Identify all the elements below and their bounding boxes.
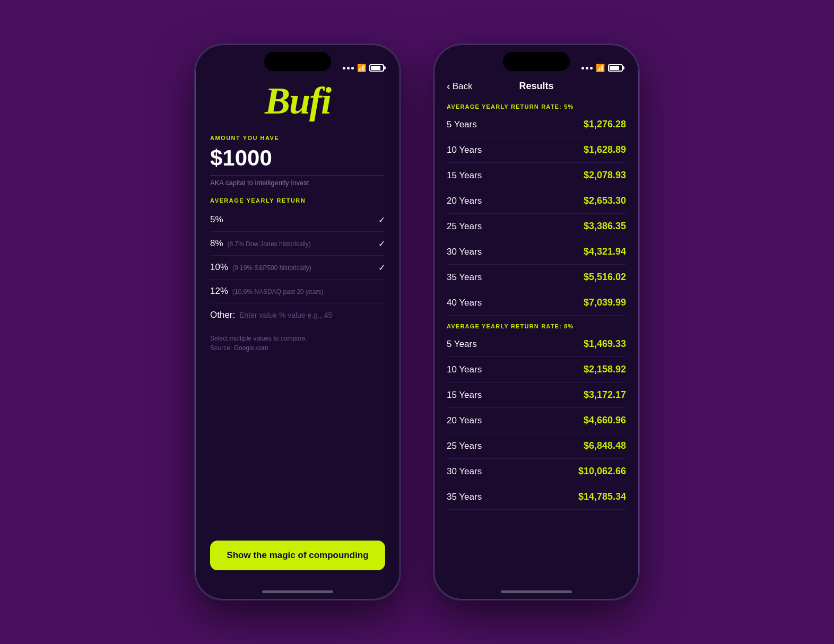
nav-bar: ‹ Back Results xyxy=(447,76,626,99)
rate-header-8: AVERAGE YEARLY RETURN RATE: 8% xyxy=(447,323,626,329)
result-row: 5 Years $1,469.33 xyxy=(447,332,626,357)
result-row: 15 Years $3,172.17 xyxy=(447,382,626,408)
home-indicator xyxy=(262,590,333,593)
return-pct-12: 12% xyxy=(210,286,228,297)
return-option-5[interactable]: 5% ✓ xyxy=(210,208,385,232)
checkmark-8: ✓ xyxy=(378,239,385,249)
return-option-12[interactable]: 12% (10.6% NASDAQ past 20 years) xyxy=(210,280,385,303)
checkmark-10: ✓ xyxy=(378,263,385,273)
return-pct-5: 5% xyxy=(210,214,223,225)
amount-subtitle: AKA capital to intelligently invest xyxy=(210,179,309,187)
result-row: 5 Years $1,276.28 xyxy=(447,112,626,137)
result-row: 35 Years $5,516.02 xyxy=(447,265,626,290)
status-icons-right: 📶 xyxy=(581,64,623,72)
result-row: 20 Years $4,660.96 xyxy=(447,408,626,433)
result-row: 25 Years $3,386.35 xyxy=(447,214,626,239)
result-row: 40 Years $7,039.99 xyxy=(447,290,626,316)
amount-label: AMOUNT YOU HAVE xyxy=(210,135,385,141)
return-option-10[interactable]: 10% (9.19% S&P500 historically) ✓ xyxy=(210,256,385,280)
result-row: 30 Years $10,062.66 xyxy=(447,459,626,484)
result-row: 10 Years $2,158.92 xyxy=(447,357,626,382)
return-pct-10: 10% xyxy=(210,262,228,273)
result-row: 35 Years $14,785.34 xyxy=(447,484,626,510)
nav-title: Results xyxy=(519,81,553,92)
logo-container: Bufi xyxy=(265,82,331,120)
back-button[interactable]: ‹ Back xyxy=(447,80,472,92)
back-chevron-icon: ‹ xyxy=(447,80,450,92)
divider xyxy=(210,175,385,176)
other-row[interactable]: Other: Enter value % value e.g., 45 xyxy=(210,303,385,327)
return-label: AVERAGE YEARLY RETURN xyxy=(210,197,385,204)
left-phone: 📶 Bufi AMOUNT YOU HAVE $1000 AKA capital… xyxy=(194,43,401,601)
rate-header-5: AVERAGE YEARLY RETURN RATE: 5% xyxy=(447,103,626,110)
app-logo: Bufi xyxy=(265,82,331,120)
dynamic-island xyxy=(264,52,331,71)
result-row: 15 Years $2,078.93 xyxy=(447,163,626,188)
other-label: Other: xyxy=(210,310,235,320)
signal-icon-right xyxy=(581,67,593,69)
battery-icon xyxy=(369,64,384,72)
result-row: 20 Years $2,653.30 xyxy=(447,188,626,214)
wifi-icon: 📶 xyxy=(357,64,366,72)
return-note-8: (8.7% Dow Jones historically) xyxy=(228,240,311,248)
dynamic-island-right xyxy=(503,52,570,71)
other-placeholder: Enter value % value e.g., 45 xyxy=(239,311,332,319)
wifi-icon-right: 📶 xyxy=(596,64,605,72)
amount-value: $1000 xyxy=(210,145,272,171)
return-note-12: (10.6% NASDAQ past 20 years) xyxy=(232,288,323,295)
left-phone-content: Bufi AMOUNT YOU HAVE $1000 AKA capital t… xyxy=(195,76,400,586)
return-pct-8: 8% xyxy=(210,238,223,249)
right-phone-content: ‹ Back Results AVERAGE YEARLY RETURN RAT… xyxy=(434,76,639,586)
signal-icon xyxy=(343,67,354,69)
return-option-8[interactable]: 8% (8.7% Dow Jones historically) ✓ xyxy=(210,232,385,256)
status-icons: 📶 xyxy=(343,64,384,72)
return-note-10: (9.19% S&P500 historically) xyxy=(232,264,311,272)
battery-icon-right xyxy=(608,64,623,72)
right-phone: 📶 ‹ Back Results AVERAGE YEARLY RETURN R… xyxy=(433,43,640,601)
results-scroll[interactable]: AVERAGE YEARLY RETURN RATE: 5% 5 Years $… xyxy=(447,99,626,570)
result-row: 10 Years $1,628.89 xyxy=(447,137,626,163)
result-row: 25 Years $6,848.48 xyxy=(447,433,626,459)
back-label: Back xyxy=(453,81,473,92)
cta-button[interactable]: Show the magic of compounding xyxy=(210,541,385,570)
helper-text: Select multiple values to compare.Source… xyxy=(210,334,307,353)
home-indicator-right xyxy=(501,590,572,593)
checkmark-5: ✓ xyxy=(378,215,385,225)
result-row: 30 Years $4,321.94 xyxy=(447,239,626,265)
